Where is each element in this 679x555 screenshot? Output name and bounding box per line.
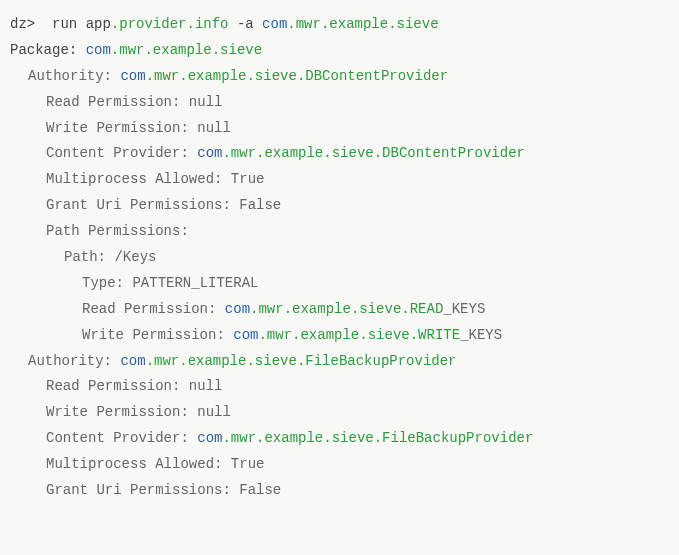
value: null <box>189 378 223 394</box>
value: True <box>231 171 265 187</box>
label: Content Provider: <box>46 430 197 446</box>
write-permission-line: Write Permission: null <box>10 400 669 426</box>
path-permissions-label: Path Permissions: <box>10 219 669 245</box>
perm-part: .READ <box>401 301 443 317</box>
value: null <box>189 94 223 110</box>
auth-part: .FileBackupProvider <box>297 353 457 369</box>
auth-part: .sieve <box>246 68 296 84</box>
pkg-part: .sieve <box>212 42 262 58</box>
cp-part: .mwr <box>222 145 256 161</box>
label: Package: <box>10 42 86 58</box>
cmd-app: app <box>86 16 111 32</box>
cp-part: .example <box>256 430 323 446</box>
perm-part: .mwr <box>258 327 292 343</box>
auth-part: .DBContentProvider <box>297 68 448 84</box>
perm-part: com <box>225 301 250 317</box>
cp-part: .FileBackupProvider <box>374 430 534 446</box>
terminal-output: dz> run app.provider.info -a com.mwr.exa… <box>10 12 669 504</box>
perm-part: .WRITE <box>410 327 460 343</box>
run-word: run <box>44 16 86 32</box>
pkg-part: .mwr <box>111 42 145 58</box>
path-read-permission-line: Read Permission: com.mwr.example.sieve.R… <box>10 297 669 323</box>
pkg-part: .example <box>321 16 388 32</box>
label: Path Permissions: <box>46 223 189 239</box>
content-provider-line: Content Provider: com.mwr.example.sieve.… <box>10 141 669 167</box>
prompt: dz> <box>10 16 44 32</box>
pkg-part: .sieve <box>388 16 438 32</box>
write-permission-line: Write Permission: null <box>10 116 669 142</box>
pkg-part: com <box>262 16 287 32</box>
value: True <box>231 456 265 472</box>
perm-part: _KEYS <box>460 327 502 343</box>
cmd-flag: -a <box>228 16 262 32</box>
path-line: Path: /Keys <box>10 245 669 271</box>
perm-part: .mwr <box>250 301 284 317</box>
label: Write Permission: <box>46 404 197 420</box>
pkg-part: com <box>86 42 111 58</box>
pkg-part: .example <box>144 42 211 58</box>
label: Read Permission: <box>46 378 189 394</box>
label: Read Permission: <box>46 94 189 110</box>
auth-part: .mwr <box>146 68 180 84</box>
cp-part: .mwr <box>222 430 256 446</box>
perm-part: _KEYS <box>443 301 485 317</box>
pkg-part: .mwr <box>287 16 321 32</box>
label: Authority: <box>28 68 120 84</box>
perm-part: .sieve <box>359 327 409 343</box>
cp-part: .sieve <box>323 145 373 161</box>
cmd-dot: . <box>111 16 119 32</box>
label: Read Permission: <box>82 301 225 317</box>
cmd-info: info <box>195 16 229 32</box>
multiprocess-line: Multiprocess Allowed: True <box>10 452 669 478</box>
perm-part: .example <box>284 301 351 317</box>
cp-part: com <box>197 145 222 161</box>
path-write-permission-line: Write Permission: com.mwr.example.sieve.… <box>10 323 669 349</box>
authority-line: Authority: com.mwr.example.sieve.DBConte… <box>10 64 669 90</box>
value: False <box>239 482 281 498</box>
label: Multiprocess Allowed: <box>46 171 231 187</box>
cp-part: com <box>197 430 222 446</box>
auth-part: .example <box>179 68 246 84</box>
perm-part: .example <box>292 327 359 343</box>
value: null <box>197 120 231 136</box>
label: Multiprocess Allowed: <box>46 456 231 472</box>
label: Write Permission: <box>46 120 197 136</box>
label: Write Permission: <box>82 327 233 343</box>
value: PATTERN_LITERAL <box>132 275 258 291</box>
read-permission-line: Read Permission: null <box>10 90 669 116</box>
label: Path: <box>64 249 114 265</box>
package-line: Package: com.mwr.example.sieve <box>10 38 669 64</box>
authority-line: Authority: com.mwr.example.sieve.FileBac… <box>10 349 669 375</box>
multiprocess-line: Multiprocess Allowed: True <box>10 167 669 193</box>
label: Content Provider: <box>46 145 197 161</box>
content-provider-line: Content Provider: com.mwr.example.sieve.… <box>10 426 669 452</box>
label: Grant Uri Permissions: <box>46 482 239 498</box>
grant-uri-line: Grant Uri Permissions: False <box>10 193 669 219</box>
perm-part: com <box>233 327 258 343</box>
label: Authority: <box>28 353 120 369</box>
auth-part: .example <box>179 353 246 369</box>
command-line: dz> run app.provider.info -a com.mwr.exa… <box>10 12 669 38</box>
auth-part: .sieve <box>246 353 296 369</box>
auth-part: com <box>120 68 145 84</box>
value: /Keys <box>114 249 156 265</box>
type-line: Type: PATTERN_LITERAL <box>10 271 669 297</box>
label: Type: <box>82 275 132 291</box>
grant-uri-line: Grant Uri Permissions: False <box>10 478 669 504</box>
perm-part: .sieve <box>351 301 401 317</box>
auth-part: .mwr <box>146 353 180 369</box>
auth-part: com <box>120 353 145 369</box>
value: False <box>239 197 281 213</box>
cp-part: .sieve <box>323 430 373 446</box>
value: null <box>197 404 231 420</box>
read-permission-line: Read Permission: null <box>10 374 669 400</box>
label: Grant Uri Permissions: <box>46 197 239 213</box>
cp-part: .DBContentProvider <box>374 145 525 161</box>
cp-part: .example <box>256 145 323 161</box>
cmd-dot: . <box>186 16 194 32</box>
cmd-provider: provider <box>119 16 186 32</box>
